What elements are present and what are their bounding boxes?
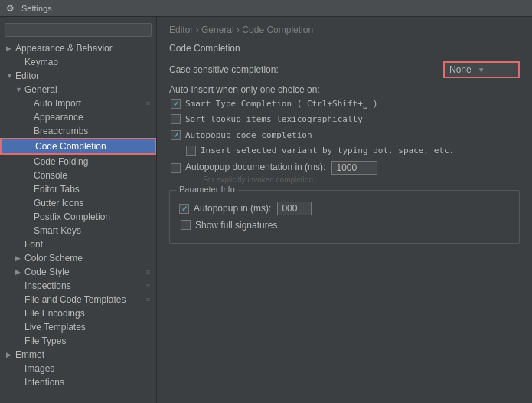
auto-insert-label: Auto-insert when only one choice on:: [169, 84, 520, 95]
sidebar-item-breadcrumbs[interactable]: Breadcrumbs: [0, 124, 156, 138]
arrow-icon-appearance-behavior: [6, 44, 15, 52]
checkbox-label-smart-type: Smart Type Completion ( Ctrl+Shift+␣ ): [185, 98, 378, 110]
sidebar-item-auto-import[interactable]: Auto Import≡: [0, 97, 156, 110]
param-autopopup-label: Autopopup in (ms):: [194, 203, 271, 214]
case-sensitive-row: Case sensitive completion: None ▼: [169, 61, 520, 78]
sidebar-label-intentions: Intentions: [24, 377, 150, 388]
sidebar-label-gutter-icons: Gutter Icons: [34, 198, 150, 208]
auto-insert-row: Auto-insert when only one choice on:: [169, 84, 520, 95]
sidebar-item-font[interactable]: Font: [0, 238, 156, 251]
search-input[interactable]: [5, 23, 152, 37]
autopopup-doc-row: Autopopup documentation in (ms):: [169, 161, 520, 175]
case-value: None: [449, 64, 472, 75]
sidebar-label-live-templates: Live Templates: [24, 322, 150, 333]
checkbox-insert-selected[interactable]: [186, 146, 196, 156]
sidebar-tree: Appearance & BehaviorKeymapEditorGeneral…: [0, 41, 156, 389]
param-autopopup-checkbox[interactable]: [179, 204, 189, 214]
sidebar-item-appearance[interactable]: Appearance: [0, 110, 156, 124]
main-container: Appearance & BehaviorKeymapEditorGeneral…: [0, 17, 532, 403]
checkbox-row-autopopup-completion: Autopopup code completion: [169, 129, 520, 141]
sidebar-item-file-types[interactable]: File Types: [0, 334, 156, 348]
sidebar-item-code-style[interactable]: Code Style≡: [0, 265, 156, 279]
sidebar-label-file-types: File Types: [24, 336, 150, 346]
sidebar: Appearance & BehaviorKeymapEditorGeneral…: [0, 17, 157, 403]
sidebar-label-code-completion: Code Completion: [35, 141, 149, 152]
sidebar-item-live-templates[interactable]: Live Templates: [0, 320, 156, 334]
arrow-icon-color-scheme: [15, 254, 24, 262]
item-icon-code-style: ≡: [146, 268, 150, 276]
checkbox-row-smart-type: Smart Type Completion ( Ctrl+Shift+␣ ): [169, 98, 520, 110]
sidebar-item-file-code-templates[interactable]: File and Code Templates≡: [0, 293, 156, 306]
checkbox-smart-type[interactable]: [171, 99, 181, 109]
breadcrumb: Editor › General › Code Completion: [169, 25, 520, 35]
arrow-icon-general: [15, 86, 24, 93]
dropdown-arrow-icon: ▼: [478, 66, 485, 74]
arrow-icon-code-style: [15, 268, 24, 276]
sidebar-label-file-code-templates: File and Code Templates: [24, 294, 143, 305]
title-bar-text: Settings: [21, 4, 52, 13]
sidebar-item-appearance-behavior[interactable]: Appearance & Behavior: [0, 41, 156, 55]
sidebar-item-editor[interactable]: Editor: [0, 69, 156, 83]
checkbox-row-sort-lookup: Sort lookup items lexicographically: [169, 113, 520, 125]
param-autopopup-input[interactable]: [277, 202, 312, 215]
arrow-icon-emmet: [6, 351, 15, 359]
sidebar-label-general: General: [24, 84, 150, 95]
sidebar-label-inspections: Inspections: [24, 280, 143, 291]
sidebar-label-file-encodings: File Encodings: [24, 308, 150, 319]
arrow-icon-editor: [6, 72, 15, 80]
title-bar: ⚙ Settings: [0, 0, 532, 17]
sidebar-label-auto-import: Auto Import: [34, 98, 143, 109]
show-full-sig-checkbox[interactable]: [181, 220, 191, 230]
checkbox-autopopup-completion[interactable]: [171, 130, 181, 140]
param-autopopup-row: Autopopup in (ms):: [179, 202, 510, 215]
sidebar-label-images: Images: [24, 363, 150, 374]
autopopup-doc-label: Autopopup documentation in (ms):: [185, 161, 325, 174]
sidebar-item-editor-tabs[interactable]: Editor Tabs: [0, 182, 156, 196]
checkbox-sort-lookup[interactable]: [171, 114, 181, 124]
sidebar-item-emmet[interactable]: Emmet: [0, 348, 156, 362]
show-full-sig-label: Show full signatures: [195, 219, 277, 232]
sidebar-item-intentions[interactable]: Intentions: [0, 375, 156, 389]
sidebar-label-color-scheme: Color Scheme: [24, 253, 150, 264]
sidebar-item-gutter-icons[interactable]: Gutter Icons: [0, 196, 156, 210]
sidebar-item-color-scheme[interactable]: Color Scheme: [0, 251, 156, 265]
sidebar-item-keymap[interactable]: Keymap: [0, 55, 156, 69]
sidebar-item-console[interactable]: Console: [0, 169, 156, 182]
sidebar-label-breadcrumbs: Breadcrumbs: [34, 126, 150, 136]
sidebar-item-file-encodings[interactable]: File Encodings: [0, 306, 156, 320]
sidebar-item-postfix-completion[interactable]: Postfix Completion: [0, 210, 156, 224]
checkbox-row-insert-selected: Insert selected variant by typing dot, s…: [169, 145, 520, 156]
item-icon-inspections: ≡: [146, 282, 150, 290]
checkbox-label-sort-lookup: Sort lookup items lexicographically: [185, 113, 363, 125]
case-sensitive-control: None ▼: [443, 61, 520, 78]
sidebar-label-keymap: Keymap: [24, 57, 150, 67]
sidebar-label-code-style: Code Style: [24, 267, 143, 277]
sidebar-label-code-folding: Code Folding: [34, 156, 150, 167]
item-icon-file-code-templates: ≡: [146, 296, 150, 303]
content-area: Editor › General › Code Completion Code …: [157, 17, 532, 403]
sidebar-label-font: Font: [24, 239, 150, 250]
show-full-sig-row: Show full signatures: [179, 219, 510, 232]
case-sensitive-label: Case sensitive completion:: [169, 64, 443, 75]
sidebar-label-editor: Editor: [15, 70, 150, 81]
sidebar-item-code-completion[interactable]: Code Completion: [0, 138, 156, 155]
sidebar-item-images[interactable]: Images: [0, 362, 156, 375]
parameter-info-group: Parameter Info Autopopup in (ms): Show f…: [169, 190, 520, 244]
sidebar-label-editor-tabs: Editor Tabs: [34, 184, 150, 195]
sidebar-item-code-folding[interactable]: Code Folding: [0, 155, 156, 169]
autopopup-doc-note: For explicitly invoked completion: [169, 175, 520, 184]
sidebar-item-general[interactable]: General: [0, 83, 156, 97]
autopopup-doc-input[interactable]: [331, 161, 377, 175]
checkbox-label-autopopup-completion: Autopopup code completion: [185, 129, 312, 141]
sidebar-label-smart-keys: Smart Keys: [34, 225, 150, 236]
sidebar-item-smart-keys[interactable]: Smart Keys: [0, 224, 156, 238]
autopopup-doc-checkbox[interactable]: [171, 163, 181, 173]
sidebar-label-console: Console: [34, 170, 150, 181]
checkboxes-container: Smart Type Completion ( Ctrl+Shift+␣ )So…: [169, 98, 520, 157]
sidebar-item-inspections[interactable]: Inspections≡: [0, 279, 156, 293]
sidebar-label-appearance-behavior: Appearance & Behavior: [15, 43, 150, 54]
settings-icon: ⚙: [6, 3, 17, 14]
case-sensitive-dropdown[interactable]: None ▼: [443, 61, 520, 78]
settings-panel: Case sensitive completion: None ▼ Auto-i…: [169, 61, 520, 244]
item-icon-auto-import: ≡: [146, 100, 150, 107]
